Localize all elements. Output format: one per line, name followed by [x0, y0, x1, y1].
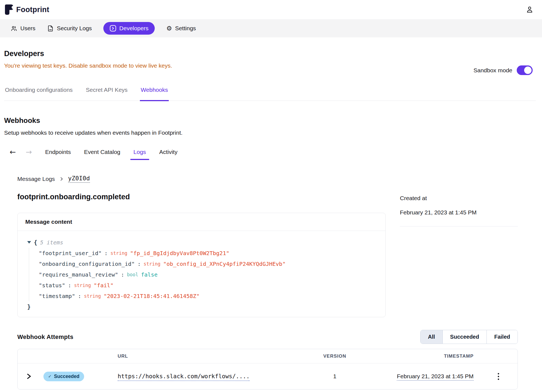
- column-header-url: URL: [114, 354, 309, 359]
- attempt-version: 1: [309, 373, 361, 380]
- filter-succeeded[interactable]: Succeeded: [443, 330, 487, 344]
- detail-grid: footprint.onboarding.completed Message c…: [17, 193, 518, 317]
- forward-arrow-icon[interactable]: →: [26, 148, 32, 156]
- json-items-count: 5 items: [40, 239, 63, 246]
- detail-left-column: footprint.onboarding.completed Message c…: [17, 193, 386, 317]
- json-type: string: [110, 250, 127, 256]
- nav-item-label: Settings: [175, 25, 196, 32]
- json-value: "fail": [94, 282, 114, 289]
- created-at-value: February 21, 2023 at 1:45 PM: [400, 209, 518, 216]
- sandbox-mode-control: Sandbox mode: [474, 65, 533, 75]
- json-key: "timestamp": [39, 293, 75, 299]
- nav-item-settings[interactable]: ⚙ Settings: [166, 25, 196, 32]
- status-cell: ✓ Succeeded: [43, 372, 114, 381]
- json-value: "ob_config_id_XPnCy4pfiP24KYQdGJHEvb": [163, 261, 286, 267]
- brand-name: Footprint: [16, 5, 49, 14]
- toggle-knob-icon: [524, 67, 532, 74]
- json-colon: :: [78, 293, 81, 299]
- tab-webhooks[interactable]: Webhooks: [140, 87, 169, 101]
- main-content: Developers You're viewing test keys. Dis…: [0, 49, 542, 390]
- webhooks-section-title: Webhooks: [4, 116, 536, 125]
- attempt-url[interactable]: https://hooks.slack.com/workflows/....: [118, 373, 250, 381]
- webhook-attempts-header: Webhook Attempts All Succeeded Failed: [17, 330, 518, 344]
- nav-item-developers[interactable]: Developers: [103, 22, 155, 35]
- json-key: "status": [39, 282, 65, 289]
- primary-nav: Users Security Logs Developers ⚙ Setting…: [0, 19, 542, 37]
- timestamp-cell: February 21, 2023 at 1:45 PM: [361, 373, 479, 380]
- expand-chevron-icon: [26, 373, 32, 380]
- message-content-title: Message content: [18, 213, 385, 231]
- json-key: "footprint_user_id": [39, 250, 102, 256]
- attempts-filter: All Succeeded Failed: [420, 330, 518, 344]
- chevron-right-icon: [59, 177, 64, 181]
- filter-failed[interactable]: Failed: [486, 330, 518, 344]
- nav-item-security-logs[interactable]: Security Logs: [47, 25, 92, 32]
- document-icon: [47, 25, 54, 32]
- url-cell: https://hooks.slack.com/workflows/....: [114, 373, 309, 380]
- json-type: string: [74, 283, 91, 288]
- breadcrumb-log-id[interactable]: yZ0I0d: [68, 175, 90, 183]
- json-value: false: [141, 271, 157, 278]
- users-icon: [10, 25, 17, 32]
- nav-item-label: Users: [20, 25, 35, 32]
- sandbox-warning-text: You're viewing test keys. Disable sandbo…: [4, 62, 536, 69]
- log-detail-section: Message Logs yZ0I0d footprint.onboarding…: [17, 175, 518, 390]
- back-arrow-icon[interactable]: ←: [10, 148, 16, 156]
- json-field-requires-manual-review: "requires_manual_review" : bool false: [39, 269, 378, 280]
- person-icon: [526, 5, 534, 14]
- developer-tabs: Onboarding configurations Secret API Key…: [4, 87, 536, 101]
- nav-item-users[interactable]: Users: [10, 25, 35, 32]
- tab-secret-api-keys[interactable]: Secret API Keys: [85, 87, 128, 101]
- json-value: "fp_id_BgIdjdbyVav8Pt0W2Tbg21": [130, 250, 229, 256]
- subtab-endpoints[interactable]: Endpoints: [45, 149, 71, 155]
- webhook-attempts-title: Webhook Attempts: [17, 333, 73, 341]
- json-key: "onboarding_configuration_id": [39, 261, 135, 267]
- nav-item-label: Security Logs: [57, 25, 92, 32]
- json-children: "footprint_user_id" : string "fp_id_BgId…: [29, 248, 378, 301]
- webhooks-subtabs: Endpoints Event Catalog Logs Activity: [45, 149, 177, 155]
- detail-right-column: Created at February 21, 2023 at 1:45 PM: [400, 193, 518, 227]
- top-header: Footprint: [0, 0, 542, 19]
- account-button[interactable]: [526, 5, 534, 14]
- attempt-timestamp[interactable]: February 21, 2023 at 1:45 PM: [397, 373, 474, 381]
- subtab-logs[interactable]: Logs: [134, 149, 146, 155]
- kebab-menu-icon: [498, 373, 499, 374]
- json-close-brace: }: [27, 303, 31, 310]
- collapse-triangle-icon[interactable]: [27, 241, 31, 244]
- brand-logo[interactable]: Footprint: [5, 4, 49, 15]
- breadcrumb-message-logs[interactable]: Message Logs: [17, 176, 55, 182]
- json-field-footprint-user-id: "footprint_user_id" : string "fp_id_BgId…: [39, 248, 378, 258]
- json-colon: :: [121, 271, 124, 278]
- subtab-activity[interactable]: Activity: [159, 149, 178, 155]
- table-header-row: URL VERSION TIMESTAMP: [18, 349, 518, 363]
- page-head: Developers You're viewing test keys. Dis…: [4, 49, 536, 69]
- json-field-onboarding-configuration-id: "onboarding_configuration_id" : string "…: [39, 258, 378, 269]
- json-viewer: { 5 items "footprint_user_id" : string "…: [18, 231, 385, 317]
- message-content-card: Message content { 5 items "footprint_use…: [17, 213, 386, 317]
- json-field-timestamp: "timestamp" : string "2023-02-21T18:45:4…: [39, 291, 378, 301]
- webhooks-description: Setup webhooks to receive updates when e…: [4, 129, 536, 136]
- code-icon: [110, 25, 116, 32]
- table-row[interactable]: ✓ Succeeded https://hooks.slack.com/work…: [18, 363, 518, 389]
- column-header-version: VERSION: [309, 354, 361, 359]
- json-type: string: [84, 293, 101, 299]
- webhooks-subnav: ← → Endpoints Event Catalog Logs Activit…: [4, 148, 536, 156]
- page-title: Developers: [4, 49, 536, 58]
- json-root-line: { 5 items: [27, 237, 378, 248]
- json-field-status: "status" : string "fail": [39, 280, 378, 291]
- filter-all[interactable]: All: [421, 330, 443, 344]
- attempts-table: URL VERSION TIMESTAMP ✓ Succeeded: [17, 349, 518, 390]
- app-screen: Footprint Users Security: [0, 0, 542, 392]
- expand-row-button[interactable]: [26, 373, 43, 380]
- check-icon: ✓: [48, 374, 52, 379]
- tab-onboarding-configurations[interactable]: Onboarding configurations: [4, 87, 73, 101]
- row-menu-button[interactable]: [479, 373, 518, 380]
- json-value: "2023-02-21T18:45:41.461458Z": [104, 293, 200, 299]
- sandbox-mode-label: Sandbox mode: [474, 67, 512, 74]
- sandbox-mode-toggle[interactable]: [517, 65, 533, 75]
- status-badge-label: Succeeded: [54, 374, 79, 379]
- json-close-line: }: [27, 301, 378, 312]
- breadcrumb: Message Logs yZ0I0d: [17, 175, 518, 183]
- subtab-event-catalog[interactable]: Event Catalog: [84, 149, 120, 155]
- gear-icon: ⚙: [166, 25, 172, 32]
